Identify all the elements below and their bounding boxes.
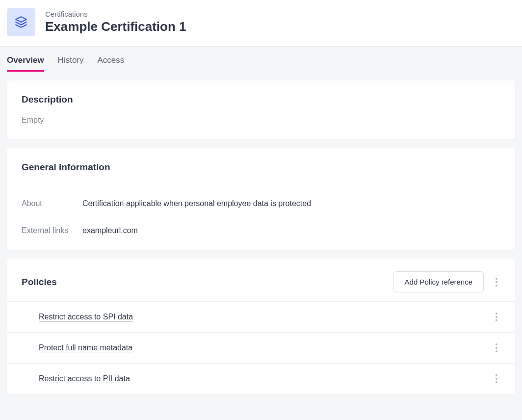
- info-label-external-links: External links: [22, 226, 82, 235]
- info-value-about: Certification applicable when personal e…: [82, 199, 311, 208]
- page-header: Certifications Example Certification 1: [0, 0, 522, 46]
- tab-history[interactable]: History: [58, 55, 84, 72]
- description-body: Empty: [22, 116, 500, 125]
- policy-row: Restrict access to SPI data: [7, 301, 515, 332]
- policies-card: Policies Add Policy reference Restrict a…: [7, 259, 515, 394]
- description-card: Description Empty: [7, 80, 515, 139]
- policy-menu-icon[interactable]: [493, 310, 500, 324]
- breadcrumb[interactable]: Certifications: [45, 10, 186, 18]
- policy-menu-icon[interactable]: [493, 371, 500, 386]
- tab-access[interactable]: Access: [98, 55, 125, 72]
- description-heading: Description: [22, 94, 500, 105]
- tab-overview[interactable]: Overview: [7, 55, 44, 72]
- policy-row: Restrict access to PII data: [7, 363, 515, 394]
- info-value-external-links[interactable]: exampleurl.com: [82, 226, 138, 235]
- policies-heading: Policies: [22, 277, 57, 288]
- info-row: About Certification applicable when pers…: [22, 190, 500, 217]
- certification-icon: [7, 8, 35, 36]
- policy-link[interactable]: Restrict access to PII data: [39, 374, 130, 383]
- info-label-about: About: [22, 199, 82, 208]
- policy-row: Protect full name metadata: [7, 332, 515, 363]
- tab-row: Overview History Access: [0, 46, 522, 72]
- page-title: Example Certification 1: [45, 19, 186, 34]
- policy-link[interactable]: Restrict access to SPI data: [39, 313, 133, 321]
- policy-menu-icon[interactable]: [493, 341, 500, 355]
- add-policy-button[interactable]: Add Policy reference: [393, 271, 484, 292]
- general-info-heading: General information: [22, 162, 500, 173]
- svg-marker-0: [16, 17, 26, 22]
- general-info-card: General information About Certification …: [7, 148, 515, 250]
- info-row: External links exampleurl.com: [22, 217, 500, 235]
- policies-menu-icon[interactable]: [493, 275, 500, 289]
- policy-link[interactable]: Protect full name metadata: [39, 343, 132, 352]
